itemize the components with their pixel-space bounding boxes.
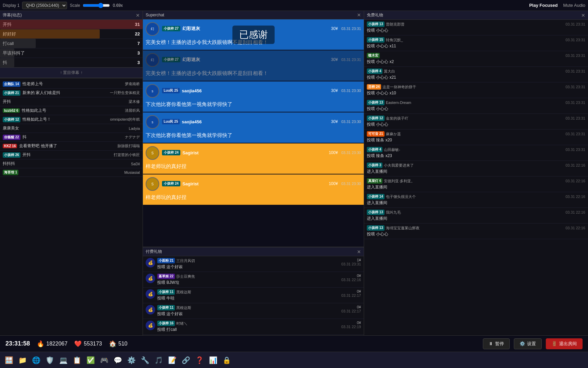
fgift-name: 海绵宝宝蓬莱山辉夜 [386, 226, 420, 231]
gift-time: 03.31 22:17 [341, 309, 361, 313]
fgift-msg: 进入直播间 [367, 184, 585, 190]
sc-amount: 100¥ [329, 181, 338, 186]
gift-msg: 投喂 牛哇 [157, 295, 339, 301]
taskbar-icon-0[interactable]: 🪟 [3, 354, 15, 366]
taskbar-icon-16[interactable]: 🔒 [220, 354, 233, 366]
sc-avatar: s [146, 84, 159, 98]
paid-gift-item: 💰 小孩梓 11 黑根达斯 投喂 这个好诶 0¥ 03.31 22:17 [143, 303, 364, 319]
resolution-select[interactable]: QHD (2560x1440) [22, 2, 67, 9]
superchat-list: 幻 小孩梓 27 幻彩迷灰 30¥ 03.31 23:31 完美女榜！主播的进步… [143, 19, 364, 247]
settings-icon: ⚙️ [520, 341, 525, 346]
sc-time: 03.31 23:30 [341, 120, 361, 124]
sc-username: Sagirist [182, 181, 199, 186]
free-gift-item: 小孩梓 12 金发的孩子吖 03.31 23:31 投喂 小心心 [364, 114, 588, 129]
fgift-name: 这是一块神奇的饼干 [382, 85, 416, 90]
fgift-time: 03.31 23:31 [566, 38, 585, 42]
gift-user-badge: 小孩梓 11 [157, 305, 175, 310]
sc-badge: 小孩梓 24 [162, 150, 180, 155]
danmaku-text: 早该抖抖了 [3, 50, 128, 56]
superchat-item: s Luu民 25 saojia456 30¥ 03.31 23:30 下次他比… [143, 81, 364, 112]
sc-info: 小孩梓 24 Sagirist 100¥ 03.31 23:30 [162, 150, 361, 156]
taskbar-icon-10[interactable]: 🔧 [139, 354, 151, 366]
gift-username: 三日月风切 [176, 258, 195, 263]
free-gifts-close[interactable]: ✕ [581, 13, 585, 18]
taskbar-icon-7[interactable]: 🎮 [98, 354, 110, 366]
exit-button[interactable]: 🚪 退出房间 [546, 338, 583, 349]
taskbar-icon-4[interactable]: 💻 [57, 354, 69, 366]
main-area: 弹幕(动态) ✕ 开抖 31 好好好 22 打call 7 早该抖抖了 3 抖 … [0, 11, 588, 335]
fgift-badge: 噬木宏 [367, 53, 380, 58]
gift-amount: 0¥ [341, 305, 361, 309]
taskbar-icon-2[interactable]: 🌐 [30, 354, 42, 366]
taskbar-icon-12[interactable]: 📝 [166, 354, 178, 366]
user-message-item: 小孩梓 12 性格如此上号！ omnipotent的年糕 [0, 115, 143, 124]
taskbar-icon-5[interactable]: 📋 [71, 354, 83, 366]
taskbar-icon-15[interactable]: 📊 [207, 354, 219, 366]
taskbar-icon-1[interactable]: 📁 [16, 354, 29, 366]
danmaku-count: 7 [128, 41, 140, 46]
superchat-close[interactable]: ✕ [357, 12, 361, 18]
fgift-msg: 进入直播间 [367, 169, 585, 174]
taskbar-icon-3[interactable]: 🛡️ [44, 354, 56, 366]
paid-gifts-close[interactable]: ✕ [357, 249, 361, 255]
fgift-time: 03.31 22:16 [566, 195, 585, 199]
danmaku-count: 3 [128, 50, 140, 56]
play-focused-label: Play Focused [529, 3, 558, 8]
user-message-item: 抖抖抖 SaDil [0, 159, 143, 168]
fgift-name: 金发的孩子吖 [386, 116, 408, 121]
fgift-badge: 小孩梓 14 [367, 194, 385, 199]
sc-time: 03.31 23:30 [341, 151, 361, 155]
danmaku-panel-close[interactable]: ✕ [136, 13, 140, 18]
sc-username: saojia456 [182, 119, 202, 124]
top-bar-right: Play Focused Mute Audio [529, 3, 585, 8]
fgift-msg: 投喂 辣条 x23 [367, 153, 585, 159]
settings-button[interactable]: ⚙️ 设置 [514, 338, 542, 349]
taskbar-icon-9[interactable]: ⚙️ [125, 354, 137, 366]
user-msg: 新来的 家人们啥是抖 [22, 90, 108, 96]
sc-avatar: S [146, 146, 159, 160]
sc-username: 幻彩迷灰 [182, 57, 200, 63]
free-gift-item: 真菜灯 6 安德列亚·多利亚。 03.31 22:16 进入直播间 [364, 177, 588, 192]
sc-amount: 30¥ [331, 88, 338, 93]
danmaku-count: 3 [128, 60, 140, 65]
gift-badge-icon: 💰 [146, 258, 155, 267]
user-message-item: 康康美女 Ladyia [0, 124, 143, 133]
sc-badge: 小孩梓 27 [162, 26, 180, 31]
fgift-msg: 投喂 小心心 x10 [367, 90, 585, 96]
superchat-item: 幻 小孩梓 27 幻彩迷灰 30¥ 03.31 23:31 完美女榜！主播的进步… [143, 50, 364, 81]
user-name: 梁木修 [129, 99, 140, 104]
sc-avatar: s [146, 115, 159, 129]
free-gift-item: 小孩梓 13 Eastern-Dream 03.31 23:31 投喂 小心心 [364, 98, 588, 114]
superchat-item: S 小孩梓 24 Sagirist 100¥ 03.31 23:30 梓老师玩的… [143, 174, 364, 205]
free-gifts-title: 免费礼物 [367, 12, 383, 18]
gift-user-badge: 堇草姬 22 [157, 274, 175, 279]
taskbar-icon-13[interactable]: 🔗 [180, 354, 192, 366]
fgift-badge: 可可音 21 [367, 131, 385, 137]
taskbar-icon-8[interactable]: 💬 [112, 354, 124, 366]
user-name: ナデナデ [125, 135, 140, 140]
sc-badge: 小孩梓 27 [162, 57, 180, 62]
scale-slider[interactable] [83, 3, 110, 8]
fgift-badge: 小孩梓 12 [367, 116, 385, 121]
exit-icon: 🚪 [552, 341, 557, 346]
taskbar-icon-11[interactable]: 🎵 [152, 354, 165, 366]
user-name: Ladyia [129, 126, 140, 131]
taskbar-icon-14[interactable]: ❓ [193, 354, 206, 366]
paid-gift-item: 💰 小孩梓 16 时绪＼ 投喂 打call 0¥ 03.31 22:19 [143, 319, 364, 335]
user-badge: 你酱醒 22 [3, 135, 20, 140]
free-gift-item: 小孩梓 4 翼大白 03.31 23:31 投喂 小心心 x21 [364, 67, 588, 82]
free-gift-item: 小孩梓 15 转角沉默_ 03.31 23:31 投喂 小心心 x11 [364, 35, 588, 51]
user-name: omnipotent的年糕 [110, 117, 140, 122]
fgift-time: 03.31 23:31 [566, 116, 585, 120]
sc-info: Luu民 25 saojia456 30¥ 03.31 23:30 [162, 88, 361, 94]
taskbar: 🪟📁🌐🛡️💻📋✅🎮💬⚙️🔧🎵📝🔗❓📊🔒 [0, 352, 588, 368]
gift-badge-icon: 💰 [146, 274, 155, 283]
user-name: Musiasial [124, 170, 140, 174]
gift-user-badge: 小孩梓 16 [157, 321, 175, 326]
taskbar-icon-6[interactable]: ✅ [84, 354, 97, 366]
gift-msg: 投喂 这个好诶 [157, 264, 339, 270]
gift-username: 黑根达斯 [176, 290, 191, 295]
gift-amount-time: 0¥ 03.31 22:16 [341, 274, 361, 282]
danmaku-item: 早该抖抖了 3 [0, 48, 143, 58]
pause-button[interactable]: ⏸ 暂停 [483, 338, 510, 349]
